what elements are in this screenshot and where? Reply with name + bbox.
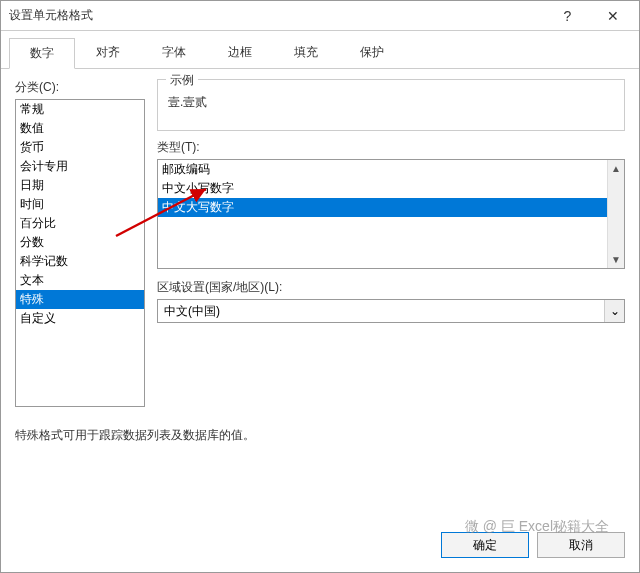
category-item-special[interactable]: 特殊 xyxy=(16,290,144,309)
category-item-time[interactable]: 时间 xyxy=(16,195,144,214)
category-item-scientific[interactable]: 科学记数 xyxy=(16,252,144,271)
category-item-text[interactable]: 文本 xyxy=(16,271,144,290)
titlebar: 设置单元格格式 ? ✕ xyxy=(1,1,639,31)
locale-combobox[interactable]: 中文(中国) ⌄ xyxy=(157,299,625,323)
help-button[interactable]: ? xyxy=(545,2,590,30)
dialog-title: 设置单元格格式 xyxy=(9,7,545,24)
type-item-cn-lower[interactable]: 中文小写数字 xyxy=(158,179,624,198)
sample-value: 壹.壹贰 xyxy=(168,94,614,111)
sample-group-title: 示例 xyxy=(166,72,198,89)
tab-protection[interactable]: 保护 xyxy=(339,37,405,68)
category-listbox[interactable]: 常规 数值 货币 会计专用 日期 时间 百分比 分数 科学记数 文本 特殊 自定… xyxy=(15,99,145,407)
type-label: 类型(T): xyxy=(157,139,625,156)
tab-border[interactable]: 边框 xyxy=(207,37,273,68)
type-item-zipcode[interactable]: 邮政编码 xyxy=(158,160,624,179)
type-scrollbar[interactable]: ▲ ▼ xyxy=(607,160,624,268)
scroll-down-icon[interactable]: ▼ xyxy=(608,251,624,268)
category-item-custom[interactable]: 自定义 xyxy=(16,309,144,328)
tab-font[interactable]: 字体 xyxy=(141,37,207,68)
button-row: 确定 取消 xyxy=(441,532,625,558)
locale-label: 区域设置(国家/地区)(L): xyxy=(157,279,625,296)
tab-strip: 数字 对齐 字体 边框 填充 保护 xyxy=(1,31,639,69)
tab-alignment[interactable]: 对齐 xyxy=(75,37,141,68)
tab-fill[interactable]: 填充 xyxy=(273,37,339,68)
category-item-number[interactable]: 数值 xyxy=(16,119,144,138)
category-item-accounting[interactable]: 会计专用 xyxy=(16,157,144,176)
category-item-general[interactable]: 常规 xyxy=(16,100,144,119)
type-item-cn-upper[interactable]: 中文大写数字 xyxy=(158,198,624,217)
description-text: 特殊格式可用于跟踪数据列表及数据库的值。 xyxy=(1,417,639,454)
ok-button[interactable]: 确定 xyxy=(441,532,529,558)
category-label: 分类(C): xyxy=(15,79,145,96)
category-item-date[interactable]: 日期 xyxy=(16,176,144,195)
detail-pane: 示例 壹.壹贰 类型(T): 邮政编码 中文小写数字 中文大写数字 ▲ ▼ 区域… xyxy=(157,79,625,407)
category-item-currency[interactable]: 货币 xyxy=(16,138,144,157)
category-item-percentage[interactable]: 百分比 xyxy=(16,214,144,233)
locale-value: 中文(中国) xyxy=(158,303,604,320)
close-button[interactable]: ✕ xyxy=(590,2,635,30)
content-area: 分类(C): 常规 数值 货币 会计专用 日期 时间 百分比 分数 科学记数 文… xyxy=(1,69,639,417)
chevron-down-icon[interactable]: ⌄ xyxy=(604,300,624,322)
cancel-button[interactable]: 取消 xyxy=(537,532,625,558)
category-item-fraction[interactable]: 分数 xyxy=(16,233,144,252)
sample-group: 示例 壹.壹贰 xyxy=(157,79,625,131)
category-pane: 分类(C): 常规 数值 货币 会计专用 日期 时间 百分比 分数 科学记数 文… xyxy=(15,79,145,407)
type-listbox[interactable]: 邮政编码 中文小写数字 中文大写数字 ▲ ▼ xyxy=(157,159,625,269)
format-cells-dialog: 设置单元格格式 ? ✕ 数字 对齐 字体 边框 填充 保护 分类(C): 常规 … xyxy=(0,0,640,573)
scroll-up-icon[interactable]: ▲ xyxy=(608,160,624,177)
tab-number[interactable]: 数字 xyxy=(9,38,75,69)
